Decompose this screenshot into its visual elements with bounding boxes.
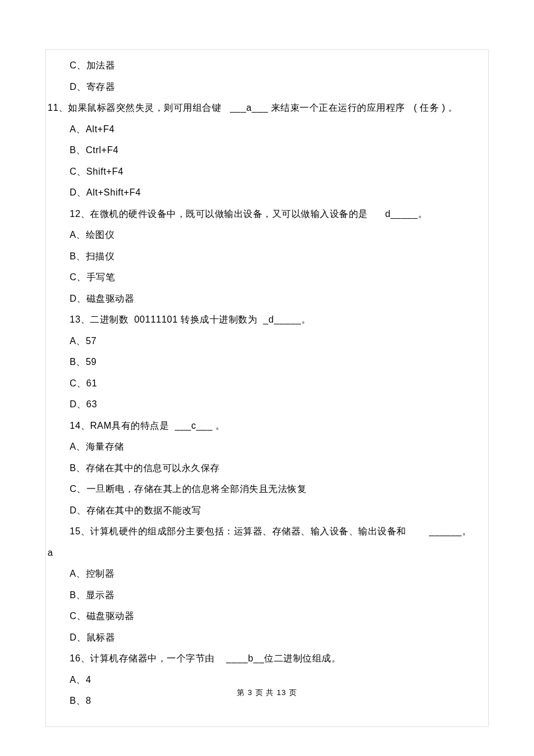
question-text: 13、二进制数 00111101 转换成十进制数为 _d_____。	[48, 309, 486, 331]
option-text: D、63	[48, 394, 486, 415]
option-text: B、59	[48, 352, 486, 373]
option-text: D、磁盘驱动器	[48, 288, 486, 310]
page-footer: 第 3 页 共 13 页	[0, 688, 534, 698]
option-text: D、鼠标器	[48, 627, 486, 649]
document-content: C、加法器 D、寄存器 11、如果鼠标器突然失灵，则可用组合键 ___a___ …	[48, 55, 486, 712]
option-text: D、Alt+Shift+F4	[48, 182, 486, 204]
answer-text: a	[48, 542, 486, 564]
question-text: 16、计算机存储器中，一个字节由 ____b__位二进制位组成。	[48, 648, 486, 670]
option-text: C、一旦断电，存储在其上的信息将全部消失且无法恢复	[48, 479, 486, 500]
question-text: 15、计算机硬件的组成部分主要包括：运算器、存储器、输入设备、输出设备和 ___…	[48, 521, 486, 542]
option-text: B、Ctrl+F4	[48, 140, 486, 161]
option-text: A、57	[48, 331, 486, 352]
option-text: D、寄存器	[48, 77, 486, 98]
option-text: B、存储在其中的信息可以永久保存	[48, 458, 486, 479]
option-text: A、绘图仪	[48, 225, 486, 246]
option-text: A、海量存储	[48, 436, 486, 458]
option-text: D、存储在其中的数据不能改写	[48, 500, 486, 522]
option-text: C、磁盘驱动器	[48, 606, 486, 627]
option-text: C、加法器	[48, 55, 486, 77]
option-text: C、61	[48, 373, 486, 395]
question-text: 11、如果鼠标器突然失灵，则可用组合键 ___a___ 来结束一个正在运行的应用…	[48, 97, 486, 119]
option-text: A、Alt+F4	[48, 119, 486, 140]
question-text: 14、RAM具有的特点是 ___c___ 。	[48, 415, 486, 437]
question-text: 12、在微机的硬件设备中，既可以做输出设备，又可以做输入设备的是 d_____。	[48, 204, 486, 225]
option-text: C、Shift+F4	[48, 161, 486, 183]
option-text: B、显示器	[48, 585, 486, 606]
option-text: A、控制器	[48, 563, 486, 585]
option-text: C、手写笔	[48, 267, 486, 288]
option-text: B、扫描仪	[48, 246, 486, 267]
